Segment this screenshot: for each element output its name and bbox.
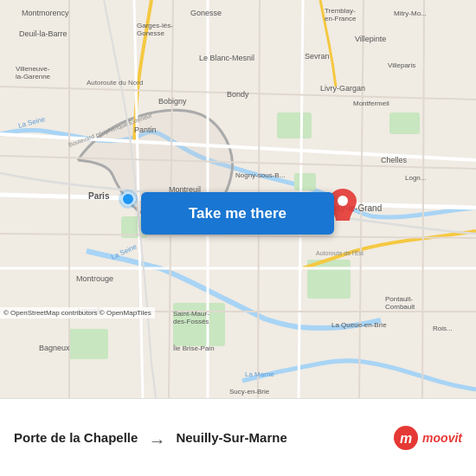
svg-text:Sevran: Sevran	[305, 52, 330, 61]
svg-line-21	[359, 0, 363, 398]
svg-point-67	[338, 196, 348, 206]
moovit-logo: m moovit	[393, 425, 462, 451]
svg-text:Villeneuve-: Villeneuve-	[16, 65, 50, 73]
svg-text:Mitry-Mo...: Mitry-Mo...	[394, 10, 427, 17]
svg-text:Combault: Combault	[385, 303, 415, 311]
svg-line-22	[422, 0, 424, 398]
svg-text:Bobigny: Bobigny	[158, 97, 187, 106]
svg-rect-7	[294, 173, 316, 190]
moovit-icon: m	[393, 425, 419, 451]
svg-point-65	[122, 193, 134, 205]
svg-rect-2	[389, 113, 420, 134]
svg-text:Tremblay-: Tremblay-	[325, 7, 356, 15]
svg-text:La Marne: La Marne	[245, 370, 274, 378]
svg-text:en-France: en-France	[325, 15, 357, 23]
svg-text:Gonesse: Gonesse	[190, 9, 222, 17]
route-to: Neuilly-Sur-Marne	[176, 430, 286, 445]
svg-rect-3	[307, 260, 351, 299]
svg-text:La Seine: La Seine	[110, 242, 138, 261]
svg-rect-4	[173, 303, 225, 346]
take-me-there-button[interactable]: Take me there	[141, 192, 334, 235]
svg-text:Autoroute de l'Est: Autoroute de l'Est	[316, 250, 363, 256]
from-city: Porte de la Chapelle	[14, 430, 138, 445]
svg-text:Bondy: Bondy	[227, 90, 249, 99]
svg-line-15	[0, 156, 476, 169]
svg-text:Pontault-: Pontault-	[385, 295, 413, 303]
svg-text:Livry-Gargan: Livry-Gargan	[320, 84, 365, 93]
svg-rect-5	[69, 329, 108, 359]
svg-rect-1	[277, 113, 312, 138]
route-from: Porte de la Chapelle	[14, 430, 138, 445]
svg-text:Île Brise-Pain: Île Brise-Pain	[172, 344, 215, 352]
svg-text:la-Garenne: la-Garenne	[16, 73, 51, 80]
svg-text:Pantin: Pantin	[134, 125, 157, 134]
svg-point-66	[119, 190, 138, 209]
to-city: Neuilly-Sur-Marne	[176, 430, 286, 445]
svg-text:Boulevard périphérique Extérie: Boulevard périphérique Extérieur	[68, 112, 154, 149]
svg-line-14	[0, 87, 476, 100]
svg-text:Paris: Paris	[88, 191, 110, 201]
svg-text:Logn...: Logn...	[405, 174, 426, 182]
svg-text:m: m	[400, 431, 412, 446]
svg-text:La Queue-en-Brie: La Queue-en-Brie	[331, 321, 387, 329]
svg-text:Villepinte: Villepinte	[355, 35, 386, 43]
svg-text:Montfermeil: Montfermeil	[353, 100, 389, 107]
svg-text:Montmorency: Montmorency	[22, 9, 69, 17]
svg-text:Bagneux: Bagneux	[39, 344, 70, 352]
svg-text:Montrouge: Montrouge	[76, 274, 113, 283]
svg-text:des-Fossés: des-Fossés	[173, 318, 209, 325]
svg-text:Villeparis: Villeparis	[388, 61, 415, 69]
svg-text:Deuil-la-Barre: Deuil-la-Barre	[19, 29, 68, 38]
svg-text:La Seine: La Seine	[17, 115, 46, 130]
route-arrow-icon: →	[148, 424, 165, 451]
moovit-text: moovit	[422, 431, 462, 445]
map-attribution: © OpenStreetMap contributors © OpenMapTi…	[0, 307, 155, 318]
bottom-bar: Porte de la Chapelle → Neuilly-Sur-Marne…	[0, 398, 476, 476]
route-info: Porte de la Chapelle → Neuilly-Sur-Marne	[14, 424, 393, 451]
svg-text:Sucy-en-Brie: Sucy-en-Brie	[229, 388, 270, 396]
svg-text:Garges-lès-: Garges-lès-	[137, 22, 173, 29]
svg-text:Nogny-sous-B...: Nogny-sous-B...	[235, 171, 285, 179]
svg-text:Le Blanc-Mesnil: Le Blanc-Mesnil	[199, 54, 254, 62]
svg-text:Gonesse: Gonesse	[137, 29, 165, 37]
svg-text:Saint-Maur-: Saint-Maur-	[173, 310, 209, 318]
svg-line-8	[0, 134, 476, 160]
svg-text:Autoroute du Nord: Autoroute du Nord	[87, 79, 143, 87]
svg-text:Chelles: Chelles	[381, 156, 408, 164]
map-container: Montmorency Gonesse Tremblay- en-France …	[0, 0, 476, 398]
svg-text:Rois...: Rois...	[433, 325, 453, 332]
